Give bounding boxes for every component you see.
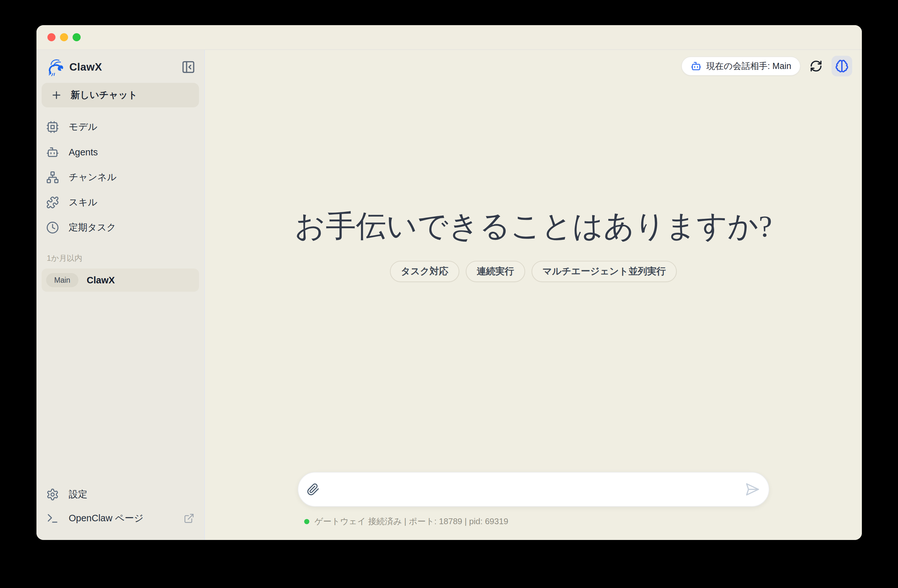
paperclip-icon	[307, 483, 320, 496]
titlebar	[37, 25, 862, 50]
chip-task-support[interactable]: タスク対応	[390, 261, 459, 282]
sidebar-item-label: OpenClaw ページ	[69, 512, 143, 525]
sidebar-item-openclaw-page[interactable]: OpenClaw ページ	[42, 507, 199, 530]
current-conversation-label: 現在の会話相手: Main	[706, 60, 791, 72]
minimize-window-button[interactable]	[60, 33, 68, 41]
robot-icon	[46, 146, 59, 159]
new-chat-label: 新しいチャット	[71, 89, 137, 101]
sidebar-header: ClawX	[42, 57, 199, 78]
current-conversation-pill[interactable]: 現在の会話相手: Main	[681, 57, 801, 76]
external-link-icon	[183, 513, 194, 524]
connected-status-dot	[304, 519, 309, 524]
send-icon	[745, 482, 760, 497]
chat-agent-badge: Main	[46, 273, 78, 287]
sidebar-item-label: 定期タスク	[69, 221, 116, 234]
message-composer	[298, 472, 769, 507]
top-controls: 現在の会話相手: Main	[681, 56, 852, 77]
cpu-icon	[46, 121, 59, 134]
new-chat-button[interactable]: 新しいチャット	[42, 83, 199, 107]
sidebar: ClawX 新しいチャット	[37, 50, 205, 540]
sidebar-item-label: モデル	[69, 121, 97, 134]
send-button[interactable]	[745, 482, 760, 497]
sidebar-item-label: 設定	[69, 488, 88, 501]
gateway-status-text: ゲートウェイ 接続済み | ポート: 18789 | pid: 69319	[315, 516, 508, 527]
app-title: ClawX	[69, 61, 102, 73]
sidebar-item-agents[interactable]: Agents	[42, 140, 199, 165]
network-icon	[46, 171, 59, 184]
app-window: ClawX 新しいチャット	[37, 25, 862, 540]
chip-multi-agent-parallel[interactable]: マルチエージェント並列実行	[532, 261, 677, 282]
terminal-icon	[46, 512, 59, 525]
sidebar-item-label: スキル	[69, 196, 97, 209]
sidebar-item-skills[interactable]: スキル	[42, 190, 199, 215]
gateway-status: ゲートウェイ 接続済み | ポート: 18789 | pid: 69319	[304, 516, 508, 527]
chip-continuous-run[interactable]: 連続実行	[466, 261, 525, 282]
brain-button[interactable]	[832, 56, 852, 77]
sidebar-item-models[interactable]: モデル	[42, 114, 199, 140]
hero: お手伝いできることはありますか? タスク対応 連続実行 マルチエージェント並列実…	[205, 209, 862, 282]
sidebar-item-settings[interactable]: 設定	[42, 483, 199, 507]
suggestion-chips: タスク対応 連続実行 マルチエージェント並列実行	[390, 261, 677, 282]
robot-icon	[690, 61, 701, 72]
message-input[interactable]	[327, 473, 738, 506]
sidebar-item-channels[interactable]: チャンネル	[42, 165, 199, 190]
close-window-button[interactable]	[48, 33, 55, 41]
chat-title: ClawX	[87, 275, 115, 286]
chat-history-item[interactable]: Main ClawX	[42, 269, 199, 292]
brain-icon	[835, 59, 849, 73]
sidebar-item-scheduled-tasks[interactable]: 定期タスク	[42, 215, 199, 240]
refresh-button[interactable]	[808, 58, 824, 74]
hero-heading: お手伝いできることはありますか?	[295, 209, 772, 243]
refresh-icon	[810, 60, 823, 72]
zoom-window-button[interactable]	[72, 33, 81, 41]
gear-icon	[46, 488, 59, 501]
clock-icon	[46, 221, 59, 234]
main-area: 現在の会話相手: Main	[205, 50, 862, 540]
attach-file-button[interactable]	[307, 483, 320, 496]
plus-icon	[51, 89, 62, 101]
clawx-lobster-logo-icon	[46, 58, 65, 77]
sidebar-nav: モデル Agents チャンネル	[42, 114, 199, 240]
puzzle-icon	[46, 196, 59, 209]
panel-left-close-icon	[181, 60, 195, 74]
sidebar-item-label: Agents	[69, 147, 98, 158]
history-section-label: 1か月以内	[47, 253, 199, 263]
sidebar-item-label: チャンネル	[69, 171, 117, 184]
collapse-sidebar-button[interactable]	[181, 60, 196, 74]
